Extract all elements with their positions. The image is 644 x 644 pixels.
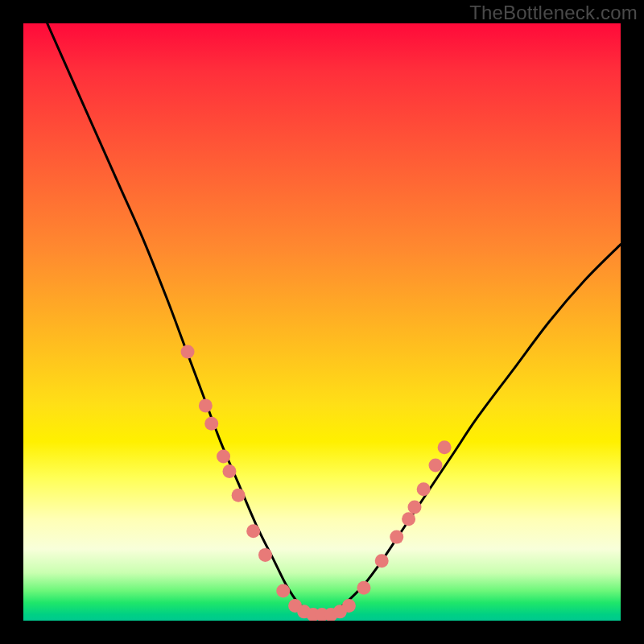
curve-marker xyxy=(199,398,213,412)
curve-marker xyxy=(408,501,422,514)
curve-marker xyxy=(428,459,442,473)
curve-marker xyxy=(375,554,389,568)
curve-marker xyxy=(342,599,356,613)
curve-marker xyxy=(276,584,290,597)
curve-marker xyxy=(204,417,218,431)
curve-marker xyxy=(417,482,431,496)
curve-marker xyxy=(357,581,370,595)
curve-marker xyxy=(246,524,260,538)
chart-frame: TheBottleneck.com xyxy=(0,0,644,644)
curve-marker xyxy=(232,489,246,502)
curve-marker xyxy=(390,530,403,544)
curve-markers xyxy=(181,345,452,621)
curve-marker xyxy=(217,449,230,463)
curve-marker xyxy=(258,548,272,562)
bottleneck-curve xyxy=(47,23,621,615)
curve-layer xyxy=(23,23,621,621)
curve-marker xyxy=(402,512,415,526)
curve-marker xyxy=(181,345,195,359)
plot-area xyxy=(23,23,621,621)
watermark-text: TheBottleneck.com xyxy=(469,2,638,24)
curve-marker xyxy=(438,440,452,454)
curve-marker xyxy=(222,464,236,478)
